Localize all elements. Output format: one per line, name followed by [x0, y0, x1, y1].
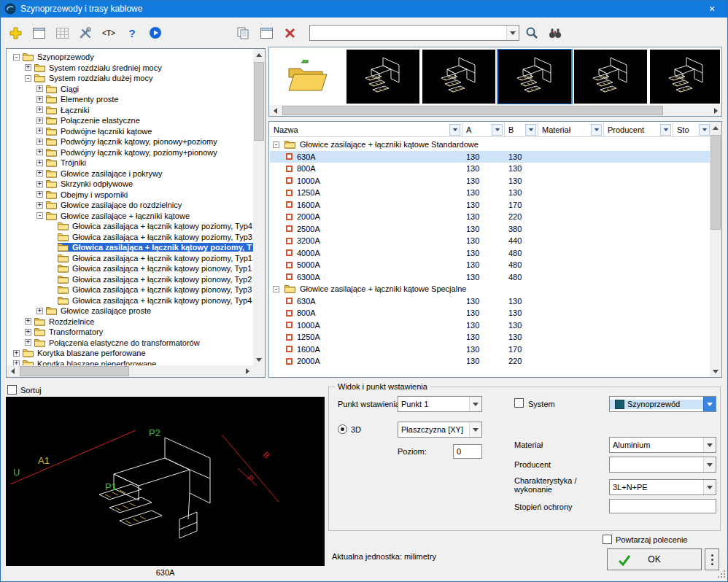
expand-icon[interactable]: + [36, 202, 43, 209]
expand-icon[interactable]: + [25, 64, 31, 71]
column-filter-button[interactable] [492, 124, 503, 136]
column-header[interactable]: Sto [673, 123, 710, 136]
tree-item[interactable]: Głowica zasilająca + łącznik kątowy pion… [7, 263, 253, 274]
table-row[interactable]: 2000A130220 [270, 211, 710, 223]
tree-item[interactable]: +Transformatory [7, 327, 253, 338]
expand-icon[interactable]: + [36, 170, 43, 176]
expand-icon[interactable]: + [36, 96, 43, 103]
resize-grip[interactable] [717, 570, 726, 580]
collapse-icon[interactable]: - [25, 75, 31, 82]
table-row[interactable]: 1250A130130 [270, 331, 710, 344]
tree-vertical-scrollbar[interactable] [253, 49, 265, 365]
table-row[interactable]: 4000A130480 [270, 247, 710, 260]
table-row[interactable]: 630A130130 [270, 151, 710, 163]
part-checkbox-icon[interactable] [286, 201, 293, 208]
collapse-icon[interactable]: - [36, 212, 43, 219]
scroll-left-icon[interactable] [7, 365, 18, 377]
expand-icon[interactable]: + [36, 191, 43, 198]
expand-icon[interactable]: + [36, 160, 43, 166]
expand-icon[interactable]: + [36, 85, 43, 92]
part-checkbox-icon[interactable] [286, 346, 293, 352]
system-checkbox[interactable] [514, 398, 524, 408]
tree-item[interactable]: +Elementy proste [7, 94, 253, 105]
thumbnail-open-folder[interactable] [271, 50, 344, 104]
sort-checkbox-row[interactable]: Sortuj [7, 385, 42, 395]
tree-item[interactable]: +Skrzynki odpływowe [7, 179, 253, 190]
form-button[interactable] [29, 23, 48, 42]
scrollbar-thumb[interactable] [20, 366, 129, 376]
table-group-row[interactable]: -Głowice zasilające + łączniki kątowe Sp… [270, 283, 710, 295]
thumbnail-preview[interactable] [346, 50, 419, 104]
column-header[interactable]: Materiał [538, 123, 604, 136]
chevron-down-icon[interactable] [703, 438, 716, 452]
part-checkbox-icon[interactable] [286, 273, 293, 280]
column-header[interactable]: B [505, 123, 538, 136]
column-header[interactable]: Producent [604, 123, 673, 136]
run-button[interactable] [146, 23, 165, 42]
chevron-down-icon[interactable] [469, 422, 481, 437]
collapse-icon[interactable]: - [273, 286, 279, 292]
tree-item[interactable]: +Podwójny łącznik kątowy, pionowy+poziom… [7, 136, 253, 147]
plane-combobox[interactable]: Płaszczyzna [XY] [398, 422, 482, 438]
search-combobox[interactable] [309, 25, 519, 41]
view-3d-radio[interactable] [338, 424, 347, 434]
expand-icon[interactable]: + [36, 308, 43, 314]
table-row[interactable]: 630A130130 [270, 295, 710, 308]
expand-icon[interactable]: + [13, 350, 20, 357]
ok-button[interactable]: OK [607, 548, 702, 570]
tree-item[interactable]: +Głowice zasilające proste [7, 306, 253, 317]
scroll-down-icon[interactable] [253, 354, 265, 365]
expand-icon[interactable]: + [36, 128, 43, 134]
part-checkbox-icon[interactable] [286, 358, 293, 365]
close-icon[interactable]: × [696, 0, 728, 18]
tree-item[interactable]: +Podwójne łączniki kątowe [7, 126, 253, 137]
collapse-icon[interactable]: - [273, 141, 279, 148]
tree-item[interactable]: +Połączenia elastyczne do transformatoró… [7, 338, 253, 349]
tree-item[interactable]: +System rozdziału średniej mocy [7, 63, 253, 74]
tree-item[interactable]: Głowica zasilająca + łącznik kątowy pozi… [7, 253, 253, 264]
tree-item[interactable]: Głowica zasilająca + łącznik kątowy pion… [7, 295, 253, 306]
scroll-left-icon[interactable] [269, 105, 281, 117]
thumbnail-preview[interactable] [422, 50, 495, 104]
more-options-button[interactable] [705, 548, 719, 570]
table-row[interactable]: 1000A130130 [270, 319, 710, 332]
tree-item[interactable]: Głowica zasilająca + łącznik kątowy pion… [7, 284, 253, 295]
tree-item[interactable]: +Ciągi [7, 84, 253, 95]
expand-icon[interactable]: + [36, 149, 43, 155]
chevron-down-icon[interactable] [703, 480, 716, 494]
thumbnail-preview[interactable] [574, 50, 647, 104]
level-input[interactable]: 0 [453, 444, 482, 459]
table-row[interactable]: 5000A130480 [270, 259, 710, 271]
part-checkbox-icon[interactable] [286, 310, 293, 317]
chevron-down-icon[interactable] [703, 397, 716, 411]
part-checkbox-icon[interactable] [286, 214, 293, 220]
repeat-command-row[interactable]: Powtarzaj polecenie [603, 535, 687, 544]
text-style-button[interactable]: <T> [99, 23, 118, 42]
tree-item[interactable]: +Trójniki [7, 158, 253, 168]
help-button[interactable]: ? [123, 23, 142, 42]
part-checkbox-icon[interactable] [286, 238, 293, 244]
table-row[interactable]: 6300A130480 [270, 271, 710, 284]
expand-icon[interactable]: + [13, 360, 20, 365]
part-checkbox-icon[interactable] [286, 190, 293, 196]
scroll-right-icon[interactable] [241, 365, 253, 377]
tree-item[interactable]: +Obejmy i wsporniki [7, 190, 253, 201]
table-row[interactable]: 1000A130130 [270, 175, 710, 187]
search-dropdown-button[interactable] [506, 26, 519, 40]
table-row[interactable]: 1600A130170 [270, 199, 710, 212]
tree-item[interactable]: -Głowice zasilające + łączniki kątowe [7, 211, 253, 222]
table-row[interactable]: 1250A130130 [270, 187, 710, 199]
part-checkbox-icon[interactable] [286, 262, 293, 268]
zoom-button[interactable] [522, 23, 541, 42]
repeat-command-checkbox[interactable] [603, 535, 612, 544]
thumbnail-preview[interactable] [498, 50, 571, 104]
protection-input[interactable] [609, 499, 716, 513]
part-checkbox-icon[interactable] [286, 334, 293, 341]
tree-item[interactable]: +Podwójny łącznik kątowy, poziomy+pionow… [7, 147, 253, 158]
expand-icon[interactable]: + [36, 117, 43, 124]
material-combobox[interactable]: Aluminium [609, 437, 716, 453]
table-row[interactable]: 800A130130 [270, 307, 710, 319]
tree-item[interactable]: +Korytka blaszane perforowane [7, 348, 253, 359]
part-checkbox-icon[interactable] [286, 177, 293, 184]
scrollbar-thumb[interactable] [254, 62, 264, 141]
